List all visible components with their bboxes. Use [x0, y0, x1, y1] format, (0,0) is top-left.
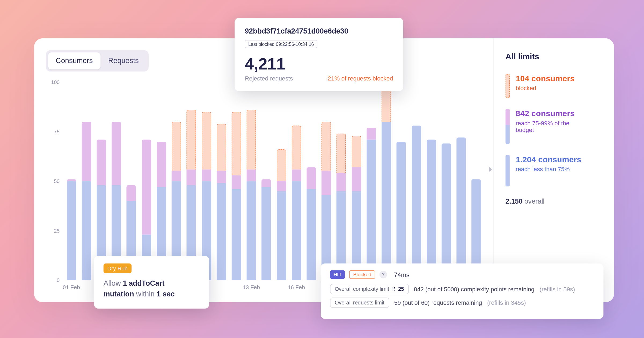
legend-blocked-count: 104 consumers — [516, 74, 575, 83]
tab-consumers[interactable]: Consumers — [48, 52, 100, 69]
legend-swatch-mid — [506, 109, 510, 144]
tabs-segmented: Consumers Requests — [46, 50, 148, 71]
stacked-bar-plot: 01 Feb13 Feb16 Feb — [64, 82, 484, 280]
bar-group[interactable] — [127, 82, 136, 280]
bar-group[interactable] — [457, 82, 466, 280]
x-label: 13 Feb — [243, 284, 260, 291]
y-tick: 100 — [51, 79, 60, 85]
requests-limit-line: Overall requests limit 59 (out of 60) re… — [330, 297, 594, 308]
last-blocked-label: Last blocked — [248, 42, 275, 47]
tooltip-hash: 92bbd3f71cfa24751d00e6de30 — [245, 27, 393, 36]
y-tick: 50 — [54, 178, 60, 184]
bar-group[interactable] — [97, 82, 106, 280]
bar-group[interactable] — [471, 82, 481, 280]
help-icon[interactable]: ? — [379, 271, 387, 278]
last-blocked-badge: Last blocked 09:22:56-10:34:16 — [245, 40, 317, 48]
requests-refill: (refills in 345s) — [487, 299, 526, 306]
bar-group[interactable] — [112, 82, 121, 280]
complexity-pill: Overall complexity limit ⠿ 25 — [330, 284, 409, 294]
legend-low-count: 1.204 consumers — [516, 155, 581, 164]
requests-text: 59 (out of 60) requests remaining — [394, 299, 482, 306]
y-axis: 0255075100 — [45, 79, 60, 283]
bar-group[interactable] — [427, 82, 436, 280]
consumer-tooltip: 92bbd3f71cfa24751d00e6de30 Last blocked … — [235, 18, 403, 91]
hit-badge: HIT — [330, 270, 345, 279]
bar-group[interactable] — [67, 82, 76, 280]
bar-group[interactable] — [217, 82, 226, 280]
bar-group[interactable] — [202, 82, 211, 280]
latency-value: 74ms — [394, 271, 409, 278]
legend-mid: 842 consumers reach 75-99% of the budget — [506, 109, 614, 144]
y-tick: 0 — [57, 277, 60, 283]
overall-number: 2.150 — [506, 197, 523, 205]
y-tick: 25 — [54, 228, 60, 234]
bar-group[interactable] — [352, 82, 361, 280]
bar-group[interactable] — [336, 82, 346, 280]
bar-group[interactable] — [277, 82, 286, 280]
bar-group[interactable] — [442, 82, 451, 280]
x-label: 01 Feb — [63, 284, 80, 291]
bar-group[interactable] — [367, 82, 376, 280]
bar-group[interactable] — [157, 82, 166, 280]
bar-group[interactable] — [382, 82, 391, 280]
legend-swatch-blocked — [506, 74, 510, 98]
bar-group[interactable] — [397, 82, 406, 280]
bar-group[interactable] — [232, 82, 241, 280]
legend-low: 1.204 consumers reach less than 75% — [506, 155, 614, 186]
tooltip-pct-blocked: 21% of requests blocked — [328, 75, 393, 82]
last-blocked-value: 09:22:56-10:34:16 — [276, 42, 314, 47]
side-title: All limits — [506, 52, 614, 61]
bar-group[interactable] — [412, 82, 421, 280]
complexity-text: 842 (out of 5000) complexity points rema… — [414, 286, 535, 292]
blocked-badge: Blocked — [349, 270, 375, 279]
overall-label: overall — [524, 197, 544, 205]
dry-run-badge: Dry Run — [104, 263, 131, 273]
indicator-caret-icon — [489, 167, 492, 172]
legend-overall: 2.150 overall — [506, 197, 614, 205]
tooltip-count-label: Rejected requests — [245, 75, 293, 82]
legend-low-desc: reach less than 75% — [516, 166, 581, 172]
dice-icon: ⠿ — [392, 286, 395, 292]
complexity-refill: (refills in 59s) — [540, 286, 575, 292]
limits-card: HIT Blocked ? 74ms Overall complexity li… — [321, 263, 603, 319]
x-label: 16 Feb — [288, 284, 305, 291]
bar-group[interactable] — [187, 82, 196, 280]
legend-swatch-low — [506, 155, 510, 186]
legend-mid-desc: reach 75-99% of the budget — [516, 120, 588, 133]
dry-run-text: Allow 1 addToCart mutation within 1 sec — [104, 278, 200, 299]
complexity-limit-line: Overall complexity limit ⠿ 25 842 (out o… — [330, 284, 594, 294]
bar-group[interactable] — [292, 82, 301, 280]
y-tick: 75 — [54, 129, 60, 135]
bar-group[interactable] — [247, 82, 256, 280]
bar-group[interactable] — [142, 82, 151, 280]
legend-blocked-desc: blocked — [516, 85, 575, 91]
tab-requests[interactable]: Requests — [100, 52, 146, 69]
bar-group[interactable] — [82, 82, 91, 280]
bar-group[interactable] — [322, 82, 331, 280]
legend-mid-count: 842 consumers — [516, 109, 588, 118]
tooltip-count: 4,211 — [245, 55, 393, 73]
legend-blocked: 104 consumers blocked — [506, 74, 614, 98]
bar-group[interactable] — [262, 82, 271, 280]
bar-group[interactable] — [172, 82, 181, 280]
bar-group[interactable] — [307, 82, 316, 280]
dry-run-card: Dry Run Allow 1 addToCart mutation withi… — [94, 256, 209, 309]
side-panel: All limits 104 consumers blocked 842 con… — [493, 38, 614, 302]
requests-pill: Overall requests limit — [330, 297, 389, 308]
